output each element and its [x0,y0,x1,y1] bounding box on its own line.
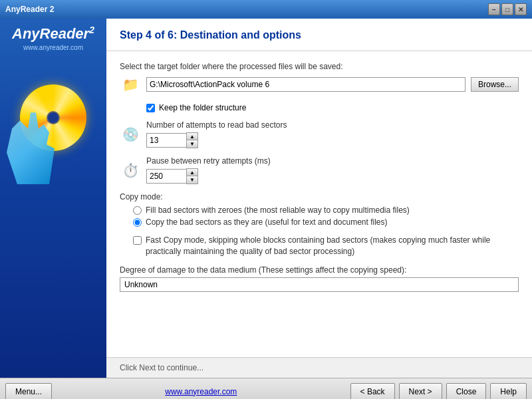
step-title: Step 4 of 6: Destination and options [120,29,519,41]
damage-input[interactable] [120,277,519,292]
bottom-url[interactable]: www.anyreader.com [56,387,346,396]
window-controls: − □ ✕ [488,3,527,15]
attempts-label: Number of attempts to read bad sectors [146,120,287,130]
attempts-down-button[interactable]: ▼ [187,140,198,148]
close-button-bottom[interactable]: Close [446,383,487,400]
help-button[interactable]: Help [490,383,527,400]
radio-copy-as-is[interactable] [133,218,142,227]
menu-button[interactable]: Menu... [5,383,52,400]
fast-copy-row: Fast Copy mode, skipping whole blocks co… [133,235,519,257]
pause-arrows: ▲ ▼ [186,168,198,184]
damage-label: Degree of damage to the data medium (The… [120,265,519,275]
keep-structure-row: Keep the folder structure [146,103,519,112]
damage-section: Degree of damage to the data medium (The… [120,265,519,292]
copy-mode-section: Copy mode: Fill bad sectors with zeroes … [120,192,519,227]
radio-fill-zeros-label: Fill bad sectors with zeroes (the most r… [146,205,410,215]
radio-copy-as-is-label: Copy the bad sectors as they are (useful… [146,217,388,227]
bottom-bar: Menu... www.anyreader.com < Back Next > … [0,378,532,399]
close-button[interactable]: ✕ [515,3,527,15]
keep-structure-checkbox[interactable] [146,104,155,112]
attempts-field: Number of attempts to read bad sectors ▲… [146,120,287,148]
back-button[interactable]: < Back [350,383,395,400]
fast-copy-checkbox[interactable] [133,236,142,245]
window-title: AnyReader 2 [5,5,54,14]
continue-text: Click Next to continue... [120,363,203,372]
pause-up-button[interactable]: ▲ [187,169,198,176]
attempts-input[interactable] [146,133,186,148]
content-footer: Click Next to continue... [106,357,532,378]
pause-label: Pause between retry attempts (ms) [146,156,271,166]
pause-field: Pause between retry attempts (ms) ▲ ▼ [146,156,271,184]
folder-input[interactable] [146,77,466,92]
title-bar: AnyReader 2 − □ ✕ [0,0,532,19]
radio-option-1: Fill bad sectors with zeroes (the most r… [133,205,519,215]
folder-field-row: Select the target folder where the proce… [120,62,519,95]
folder-icon: 📁 [120,74,141,95]
next-button[interactable]: Next > [399,383,442,400]
maximize-button[interactable]: □ [501,3,513,15]
attempts-spinner: ▲ ▼ [146,132,287,148]
content-body: Select the target folder where the proce… [106,51,532,357]
pause-down-button[interactable]: ▼ [187,176,198,184]
copy-mode-label: Copy mode: [120,192,519,201]
attempts-arrows: ▲ ▼ [186,132,198,148]
attempts-up-button[interactable]: ▲ [187,133,198,140]
browse-button[interactable]: Browse... [471,77,519,92]
pause-row: ⏱️ Pause between retry attempts (ms) ▲ ▼ [120,156,519,184]
content-header: Step 4 of 6: Destination and options [106,19,532,51]
folder-input-row: 📁 Browse... [120,74,519,95]
main-container: AnyReader2 www.anyreader.com Step 4 of 6… [0,19,532,378]
sidebar-url: www.anyreader.com [23,44,83,51]
folder-label: Select the target folder where the proce… [120,62,519,71]
sidebar: AnyReader2 www.anyreader.com [0,19,106,378]
fast-copy-label: Fast Copy mode, skipping whole blocks co… [146,235,519,257]
attempts-icon: 💿 [120,124,141,145]
keep-structure-label: Keep the folder structure [159,103,246,112]
pause-input[interactable] [146,169,186,184]
sidebar-illustration [7,65,100,331]
radio-fill-zeros[interactable] [133,206,142,215]
pause-icon: ⏱️ [120,160,141,181]
app-logo: AnyReader2 [12,25,94,41]
radio-option-2: Copy the bad sectors as they are (useful… [133,217,519,227]
pause-spinner: ▲ ▼ [146,168,271,184]
attempts-row: 💿 Number of attempts to read bad sectors… [120,120,519,148]
minimize-button[interactable]: − [488,3,500,15]
content-area: Step 4 of 6: Destination and options Sel… [106,19,532,378]
